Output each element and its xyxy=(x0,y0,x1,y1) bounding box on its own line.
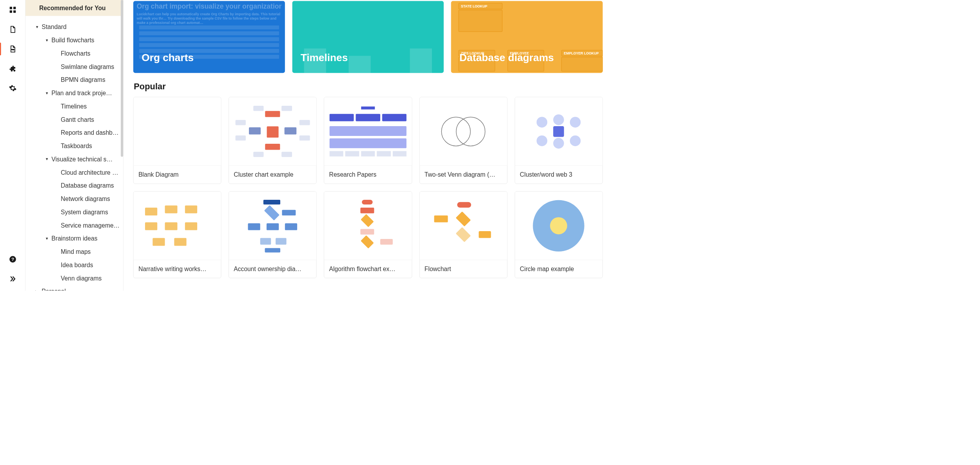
tree-item[interactable]: Cloud architecture … xyxy=(25,166,123,179)
template-grid-row-1: Blank DiagramCluster chart exampleResear… xyxy=(133,97,603,184)
tree-item-label: Mind maps xyxy=(61,248,91,255)
tree-item-label: Visualize technical s… xyxy=(51,156,113,163)
template-label: Circle map example xyxy=(515,260,603,278)
tree-item[interactable]: Service manageme… xyxy=(25,219,123,232)
tree-item[interactable]: Reports and dashbo… xyxy=(25,126,123,139)
tree-item[interactable]: ▼Plan and track proje… xyxy=(25,87,123,100)
tree-item[interactable]: ▼Build flowcharts xyxy=(25,34,123,47)
dashboard-icon[interactable] xyxy=(8,5,18,15)
main-content: Org chart import: visualize your organiz… xyxy=(123,0,613,291)
template-preview xyxy=(419,97,507,166)
hero-database[interactable]: STATE LOOKUP ZIPS LOOKUP EMPLOYEE EMPLOY… xyxy=(451,1,603,73)
tree-item-label: Swimlane diagrams xyxy=(61,63,114,71)
tree-item-label: Gantt charts xyxy=(61,116,94,123)
document-icon[interactable] xyxy=(8,25,18,34)
hero-bg-sub: Lucidchart can help you automatically cr… xyxy=(137,12,281,25)
tree-item-label: Brainstorm ideas xyxy=(51,235,97,242)
template-label: Cluster chart example xyxy=(229,166,316,184)
chevron-down-icon[interactable]: ▼ xyxy=(45,236,51,241)
chevron-right-icon[interactable]: ▶ xyxy=(35,289,42,291)
chevron-down-icon[interactable]: ▼ xyxy=(35,25,42,29)
template-preview xyxy=(229,192,316,260)
template-card[interactable]: Research Papers xyxy=(324,97,412,184)
chevron-down-icon[interactable]: ▼ xyxy=(45,38,51,42)
gear-icon[interactable] xyxy=(8,83,18,93)
tree-item[interactable]: Venn diagrams xyxy=(25,271,123,285)
svg-point-4 xyxy=(11,49,12,50)
template-card[interactable]: Narrative writing works… xyxy=(133,191,221,278)
tree-item[interactable]: Timelines xyxy=(25,100,123,113)
template-card[interactable]: Blank Diagram xyxy=(133,97,221,184)
tree-item-label: Build flowcharts xyxy=(51,36,94,44)
template-label: Flowchart xyxy=(419,260,507,278)
template-preview xyxy=(134,192,221,260)
template-card[interactable]: Algorithm flowchart ex… xyxy=(324,191,412,278)
hero-title: Org charts xyxy=(142,52,194,64)
template-card[interactable]: Two-set Venn diagram (… xyxy=(419,97,508,184)
expand-icon[interactable] xyxy=(8,274,18,284)
tree-item-label: Standard xyxy=(42,23,66,31)
template-label: Narrative writing works… xyxy=(134,260,221,278)
tree-item[interactable]: ▶Personal xyxy=(25,285,123,291)
tree-item[interactable]: ▼Brainstorm ideas xyxy=(25,232,123,245)
template-icon[interactable] xyxy=(8,44,18,54)
chevron-down-icon[interactable]: ▼ xyxy=(45,157,51,161)
chevron-down-icon[interactable]: ▼ xyxy=(45,91,51,95)
template-card[interactable]: Cluster chart example xyxy=(229,97,317,184)
tree-item[interactable]: BPMN diagrams xyxy=(25,73,123,87)
svg-rect-0 xyxy=(9,7,12,9)
tree-item[interactable]: Swimlane diagrams xyxy=(25,60,123,73)
template-preview xyxy=(419,192,507,260)
tree-item[interactable]: Mind maps xyxy=(25,245,123,259)
template-label: Cluster/word web 3 xyxy=(515,166,603,184)
template-preview xyxy=(324,97,412,166)
sidebar-recommended[interactable]: Recommended for You xyxy=(25,0,123,16)
hero-row: Org chart import: visualize your organiz… xyxy=(133,1,603,73)
tree-item-label: Cloud architecture … xyxy=(61,169,118,176)
template-label: Two-set Venn diagram (… xyxy=(419,166,507,184)
template-preview xyxy=(134,97,221,166)
tree-item-label: Idea boards xyxy=(61,261,93,269)
svg-rect-3 xyxy=(13,11,16,13)
tree-item-label: Service manageme… xyxy=(61,222,120,229)
template-preview xyxy=(324,192,412,260)
tree-item[interactable]: Database diagrams xyxy=(25,179,123,192)
template-label: Account ownership dia… xyxy=(229,260,316,278)
tree-item-label: Taskboards xyxy=(61,142,92,150)
tree-item[interactable]: Network diagrams xyxy=(25,192,123,206)
svg-rect-1 xyxy=(13,7,16,9)
tree-item-label: Reports and dashbo… xyxy=(61,129,121,136)
tree-item[interactable]: Idea boards xyxy=(25,258,123,271)
svg-rect-2 xyxy=(9,11,12,13)
tree-item[interactable]: Gantt charts xyxy=(25,113,123,126)
icon-rail: ? xyxy=(0,0,25,291)
tree-item[interactable]: Flowcharts xyxy=(25,47,123,60)
template-preview xyxy=(515,97,603,166)
tree-item-label: Personal xyxy=(42,288,66,291)
tree-item[interactable]: ▼Visualize technical s… xyxy=(25,152,123,166)
template-card[interactable]: Cluster/word web 3 xyxy=(515,97,603,184)
tree-item-label: BPMN diagrams xyxy=(61,76,105,83)
template-card[interactable]: Flowchart xyxy=(419,191,508,278)
hero-bg-headline: Org chart import: visualize your organiz… xyxy=(137,2,281,10)
template-label: Research Papers xyxy=(324,166,412,184)
section-title-popular: Popular xyxy=(134,81,603,91)
tree-item[interactable]: Taskboards xyxy=(25,139,123,153)
tree-item[interactable]: ▼Standard xyxy=(25,20,123,34)
tree-item-label: Plan and track proje… xyxy=(51,89,112,97)
scrollbar[interactable] xyxy=(121,0,123,157)
hero-title: Database diagrams xyxy=(459,52,554,64)
template-card[interactable]: Circle map example xyxy=(515,191,603,278)
hero-org-charts[interactable]: Org chart import: visualize your organiz… xyxy=(133,1,285,73)
svg-text:?: ? xyxy=(11,257,14,262)
template-card[interactable]: Account ownership dia… xyxy=(229,191,317,278)
tree-item[interactable]: System diagrams xyxy=(25,205,123,219)
template-preview xyxy=(515,192,603,260)
hero-timelines[interactable]: Timelines xyxy=(292,1,444,73)
tree-item-label: System diagrams xyxy=(61,208,108,216)
tree-item-label: Flowcharts xyxy=(61,50,91,57)
category-tree: ▼Standard▼Build flowchartsFlowchartsSwim… xyxy=(25,16,123,291)
help-icon[interactable]: ? xyxy=(8,254,18,264)
puzzle-icon[interactable] xyxy=(8,64,18,74)
template-label: Blank Diagram xyxy=(134,166,221,184)
